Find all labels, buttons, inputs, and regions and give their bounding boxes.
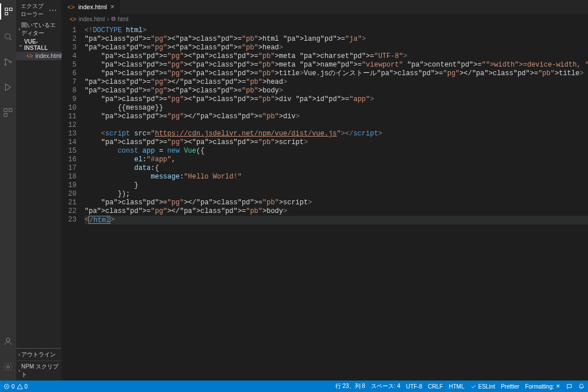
svg-rect-6 <box>4 114 7 117</box>
status-bell-icon[interactable] <box>578 383 585 390</box>
status-prettier[interactable]: Prettier <box>501 383 519 390</box>
status-eslint[interactable]: ESLint <box>470 383 495 390</box>
outline-section[interactable]: アウトライン <box>16 348 61 360</box>
open-editors-section[interactable]: 開いているエディター <box>16 21 61 38</box>
source-control-icon[interactable] <box>0 54 16 70</box>
tab-bar: <> index.html × ⋯ <box>61 0 588 14</box>
svg-point-3 <box>10 61 11 63</box>
folder-section[interactable]: VUE-INSTALL <box>16 38 61 52</box>
html-file-icon: <> <box>26 53 33 59</box>
status-cursor-pos[interactable]: 行 23、列 8 <box>335 382 365 390</box>
status-problems[interactable]: 0 0 <box>3 383 28 390</box>
svg-point-8 <box>7 366 10 368</box>
svg-rect-4 <box>4 108 7 111</box>
tab-index-html[interactable]: <> index.html × <box>61 0 121 14</box>
sidebar-header: エクスプローラー ⋯ <box>16 0 61 21</box>
svg-point-0 <box>5 34 10 39</box>
chevron-right-icon <box>18 368 20 374</box>
symbol-icon: ⧉ <box>111 15 115 22</box>
accounts-icon[interactable] <box>0 333 16 350</box>
close-icon[interactable]: × <box>110 3 114 11</box>
html-file-icon: <> <box>67 3 75 10</box>
svg-point-1 <box>5 59 6 60</box>
status-formatting[interactable]: Formatting: ✕ <box>525 383 560 390</box>
sidebar-title: エクスプローラー <box>21 2 49 18</box>
status-encoding[interactable]: UTF-8 <box>406 383 422 390</box>
chevron-right-icon <box>18 352 20 358</box>
tab-label: index.html <box>78 3 107 10</box>
status-bar: 0 0 行 23、列 8 スペース: 4 UTF-8 CRLF HTML ESL… <box>0 381 588 392</box>
svg-point-2 <box>5 64 6 65</box>
settings-gear-icon[interactable] <box>0 359 16 375</box>
sidebar: エクスプローラー ⋯ 開いているエディター VUE-INSTALL <> ind… <box>16 0 61 381</box>
status-feedback-icon[interactable] <box>566 383 572 390</box>
chevron-right-icon <box>18 26 20 32</box>
svg-rect-5 <box>9 108 12 111</box>
editor[interactable]: 1234567891011121314151617181920212223 <!… <box>61 24 588 381</box>
breadcrumb[interactable]: <> index.html › ⧉ html <box>61 14 588 24</box>
status-spaces[interactable]: スペース: 4 <box>371 382 400 390</box>
sidebar-more-icon[interactable]: ⋯ <box>49 6 57 14</box>
status-language[interactable]: HTML <box>448 383 464 390</box>
status-eol[interactable]: CRLF <box>428 383 443 390</box>
close-icon[interactable]: ✕ <box>556 383 560 389</box>
chevron-down-icon <box>18 42 23 48</box>
run-debug-icon[interactable] <box>0 79 16 95</box>
code-content[interactable]: <!DOCTYPE html>"pa">class"pd">="pg"><"pa… <box>84 24 588 381</box>
editor-area: <> index.html × ⋯ <> index.html › ⧉ html… <box>61 0 588 381</box>
activity-bar <box>0 0 16 381</box>
line-gutter: 1234567891011121314151617181920212223 <box>61 24 84 381</box>
explorer-icon[interactable] <box>0 3 16 20</box>
file-item-index[interactable]: <> index.html <box>16 52 61 60</box>
main-layout: エクスプローラー ⋯ 開いているエディター VUE-INSTALL <> ind… <box>0 0 588 381</box>
extensions-icon[interactable] <box>0 104 16 121</box>
file-name: index.html <box>36 53 62 59</box>
search-icon[interactable] <box>0 29 16 45</box>
npm-scripts-section[interactable]: NPM スクリプト <box>16 360 61 381</box>
html-file-icon: <> <box>69 16 76 22</box>
svg-point-7 <box>6 338 10 341</box>
